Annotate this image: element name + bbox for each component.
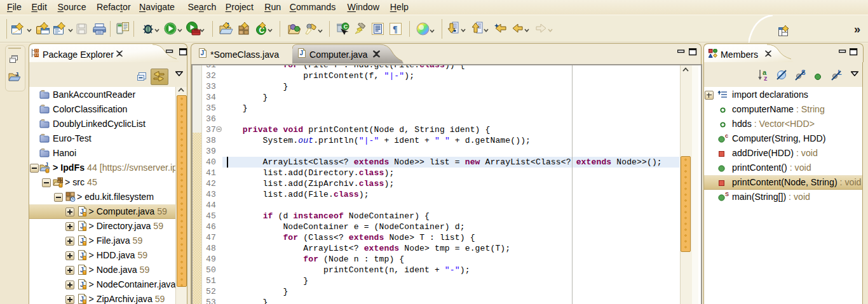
svg-text:J: J bbox=[15, 72, 18, 77]
svg-text:J: J bbox=[201, 50, 205, 56]
svg-text:C: C bbox=[344, 23, 348, 30]
svg-text:J: J bbox=[45, 162, 48, 168]
svg-text:¶: ¶ bbox=[393, 25, 398, 34]
svg-text:z: z bbox=[764, 74, 768, 81]
svg-text:J: J bbox=[300, 50, 304, 56]
